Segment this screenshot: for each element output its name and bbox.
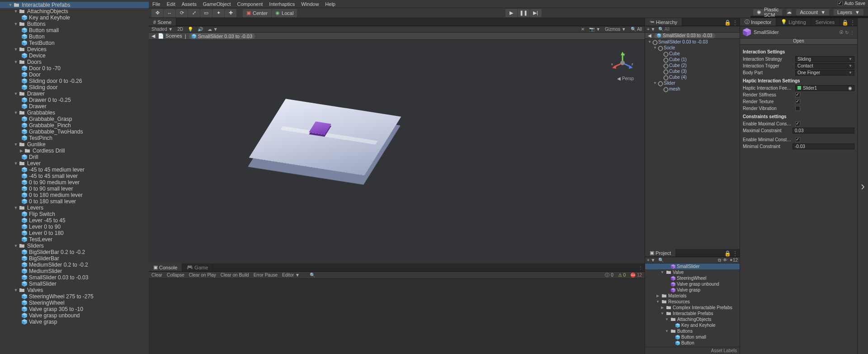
- scene-cam-toggle[interactable]: 📷 ▼: [589, 27, 600, 32]
- tab-scene[interactable]: # Scene: [149, 18, 176, 26]
- tab-lighting[interactable]: 💡 Lighting: [776, 18, 811, 26]
- sidebar-item[interactable]: Valve grasp 305 to -10: [0, 306, 149, 312]
- sidebar-item[interactable]: Lever 0 to 180: [0, 230, 149, 236]
- sidebar-item[interactable]: Sliding door: [0, 84, 149, 91]
- body-dropdown[interactable]: One Finger▼: [795, 70, 854, 76]
- move-tool-button[interactable]: ↔: [164, 9, 175, 17]
- sidebar-item[interactable]: SteeringWheel: [0, 300, 149, 306]
- console-clear-play-button[interactable]: Clear on Play: [189, 273, 216, 277]
- sidebar-item[interactable]: ▶Cordless Drill: [0, 148, 149, 154]
- sidebar-item[interactable]: Flip Switch: [0, 211, 149, 217]
- feedback-field[interactable]: Slider1◉: [795, 85, 854, 91]
- sidebar-group[interactable]: ▼Gunlike: [0, 141, 149, 148]
- hierarchy-create-dropdown[interactable]: + ▼: [647, 27, 656, 32]
- strategy-dropdown[interactable]: Sliding▼: [795, 56, 854, 62]
- project-item[interactable]: Button small: [645, 334, 740, 340]
- sidebar-item[interactable]: TestButton: [0, 40, 149, 46]
- project-item[interactable]: Button: [645, 340, 740, 346]
- cloud-button[interactable]: ☁: [787, 9, 792, 15]
- menu-file[interactable]: File: [152, 1, 160, 7]
- hierarchy-item[interactable]: ▼Slider: [645, 80, 740, 86]
- inspector-help-icon[interactable]: ⦿ ↻ ⋮: [839, 30, 854, 35]
- play-button[interactable]: ▶: [505, 9, 517, 17]
- project-item[interactable]: ▼Valve: [645, 269, 740, 275]
- multi-tool-button[interactable]: ✦: [212, 9, 224, 17]
- scm-dropdown[interactable]: ◉ Plastic SCM: [753, 9, 782, 15]
- hierarchy-item[interactable]: ▼Socle: [645, 45, 740, 51]
- console-error-count[interactable]: ⛔ 12: [630, 273, 642, 277]
- next-arrow-icon[interactable]: ›: [861, 179, 865, 193]
- stiffness-checkbox[interactable]: [795, 92, 800, 97]
- sidebar-item[interactable]: Door 0 to -70: [0, 65, 149, 72]
- tab-game[interactable]: 🎮 Game: [182, 263, 213, 271]
- projection-label[interactable]: ◀ Persp: [617, 76, 634, 81]
- menu-help[interactable]: Help: [325, 1, 335, 7]
- console-info-count[interactable]: ⓘ 0: [605, 272, 613, 278]
- sidebar-group[interactable]: ▼Devices: [0, 46, 149, 53]
- console-search[interactable]: 🔍: [310, 273, 315, 277]
- search-all[interactable]: 🔍 All: [631, 27, 642, 32]
- menu-gameobject[interactable]: GameObject: [203, 1, 231, 7]
- custom-tool-button[interactable]: ✚: [225, 9, 236, 17]
- breadcrumb-prefab[interactable]: SmallSlider 0.03 to -0.03: [189, 33, 255, 39]
- shading-dropdown[interactable]: Shaded ▼: [151, 27, 173, 32]
- console-warn-count[interactable]: ⚠ 0: [618, 273, 626, 277]
- tab-services[interactable]: Services: [811, 18, 840, 26]
- inspector-lock-icon[interactable]: 🔒 ⋮: [840, 19, 857, 26]
- sidebar-item[interactable]: Grabbable_Pinch: [0, 122, 149, 129]
- sidebar-item[interactable]: Valve grasp unbound: [0, 312, 149, 319]
- project-item[interactable]: ▶Materials: [645, 293, 740, 299]
- sidebar-item[interactable]: TestPinch: [0, 135, 149, 141]
- sidebar-item[interactable]: 0 to 90 medium lever: [0, 179, 149, 186]
- sidebar-item[interactable]: Door: [0, 72, 149, 78]
- sidebar-item[interactable]: Button small: [0, 27, 149, 33]
- trigger-dropdown[interactable]: Contact▼: [795, 63, 854, 69]
- project-item[interactable]: Valve grasp unbound: [645, 281, 740, 287]
- sidebar-item[interactable]: Drawer: [0, 103, 149, 110]
- sidebar-group[interactable]: ▼Sliders: [0, 243, 149, 249]
- sidebar-group[interactable]: ▼Drawer: [0, 91, 149, 97]
- menu-window[interactable]: Window: [301, 1, 319, 7]
- autosave-toggle[interactable]: Auto Save: [838, 1, 865, 6]
- sidebar-item[interactable]: Lever 0 to 90: [0, 224, 149, 230]
- menu-assets[interactable]: Assets: [182, 1, 197, 7]
- mode-2d-toggle[interactable]: 2D: [177, 27, 183, 32]
- sidebar-group[interactable]: ▼Doors: [0, 59, 149, 65]
- hierarchy-search[interactable]: 🔍 All: [658, 27, 670, 32]
- scale-tool-button[interactable]: ⤢: [188, 9, 200, 17]
- panel-menu-icon[interactable]: ⋮: [636, 265, 645, 271]
- hierarchy-prefab-chip[interactable]: SmallSlider 0.03 to -0.03: [654, 33, 715, 38]
- hierarchy-lock-icon[interactable]: 🔒 ⋮: [722, 19, 740, 26]
- autosave-checkbox[interactable]: [838, 1, 843, 6]
- sidebar-item[interactable]: Key and Keyhole: [0, 14, 149, 21]
- sidebar-item[interactable]: Drill: [0, 154, 149, 160]
- sidebar-item[interactable]: 0 to 180 medium lever: [0, 192, 149, 198]
- tab-console[interactable]: ▣ Console: [149, 263, 182, 271]
- hierarchy-item[interactable]: Cube: [645, 51, 740, 57]
- inspector-open-button[interactable]: Open: [740, 38, 857, 45]
- tab-project[interactable]: ▣ Project: [645, 249, 676, 257]
- sidebar-item[interactable]: MediumSlider: [0, 268, 149, 274]
- min-input[interactable]: [793, 144, 854, 149]
- max-on-checkbox[interactable]: [795, 121, 800, 126]
- project-item[interactable]: ▼AttachingObjects: [645, 316, 740, 322]
- sidebar-item[interactable]: -45 to 45 small lever: [0, 173, 149, 179]
- project-item[interactable]: ▶Complex Interactable Prefabs: [645, 305, 740, 311]
- sidebar-group[interactable]: ▼Grabbables: [0, 110, 149, 116]
- project-item[interactable]: ▼Interactable Prefabs: [645, 311, 740, 316]
- sidebar-item[interactable]: Grabbable_TwoHands: [0, 129, 149, 135]
- project-item[interactable]: SteeringWheel: [645, 275, 740, 281]
- project-eye-icon[interactable]: 👁: [723, 258, 727, 263]
- sidebar-item[interactable]: 0 to 90 small lever: [0, 186, 149, 192]
- min-on-checkbox[interactable]: [795, 137, 800, 142]
- sidebar-group[interactable]: ▼Lever: [0, 160, 149, 167]
- breadcrumb-scenes[interactable]: 📄 Scenes: [158, 33, 182, 39]
- scene-fx-toggle[interactable]: ☁ ▼: [208, 27, 218, 32]
- sidebar-root[interactable]: ▼ Interactable Prefabs: [0, 2, 149, 8]
- sidebar-item[interactable]: MediumSlider 0.2 to -0.2: [0, 262, 149, 268]
- sidebar-item[interactable]: SteeringWheel 275 to -275: [0, 293, 149, 300]
- project-item[interactable]: Key and Keyhole: [645, 322, 740, 328]
- vibration-checkbox[interactable]: [795, 106, 800, 111]
- menu-edit[interactable]: Edit: [167, 1, 175, 7]
- orientation-gizmo[interactable]: x y z: [611, 52, 634, 74]
